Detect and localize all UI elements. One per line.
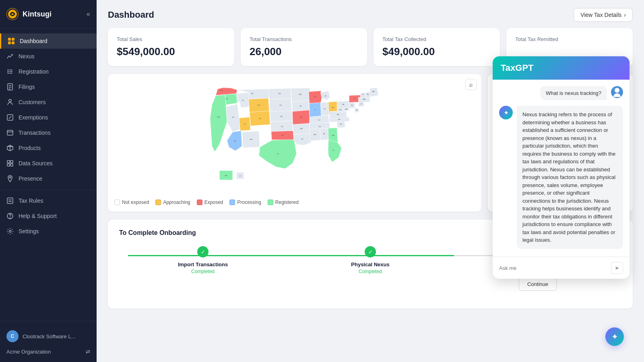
legend-registered: Registered bbox=[268, 200, 299, 205]
map-zoom-button[interactable]: ⌕ bbox=[465, 79, 477, 90]
sidebar-item-exemptions[interactable]: Exemptions bbox=[0, 110, 97, 125]
sidebar-item-transactions[interactable]: Transactions bbox=[0, 125, 97, 140]
taxgpt-send-button[interactable]: ➤ bbox=[611, 262, 623, 274]
step-import-transactions: ✓ Import Transactions Completed bbox=[119, 246, 287, 291]
svg-text:OR: OR bbox=[225, 98, 228, 100]
svg-rect-24 bbox=[10, 160, 13, 163]
user-profile[interactable]: C Clootrack Software L... bbox=[0, 326, 97, 346]
dashboard-icon bbox=[8, 37, 15, 45]
svg-rect-28 bbox=[7, 198, 13, 204]
map-card: ⌕ bbox=[108, 74, 481, 212]
app-logo-icon bbox=[6, 8, 19, 20]
sidebar-item-registration[interactable]: Registration bbox=[0, 64, 97, 79]
svg-rect-3 bbox=[8, 41, 11, 44]
sidebar-item-filings[interactable]: Filings bbox=[0, 79, 97, 95]
legend-approaching-color bbox=[155, 200, 161, 205]
kpi-total-transactions-value: 26,000 bbox=[250, 45, 358, 58]
svg-text:IA: IA bbox=[300, 105, 301, 107]
sidebar-item-exemptions-label: Exemptions bbox=[19, 114, 48, 121]
sidebar-item-tax-rules[interactable]: Tax Rules bbox=[0, 193, 97, 208]
user-name: Clootrack Software L... bbox=[23, 333, 76, 339]
sidebar-item-tax-rules-label: Tax Rules bbox=[19, 197, 43, 204]
svg-point-0 bbox=[8, 9, 18, 19]
svg-text:CO: CO bbox=[259, 117, 262, 119]
svg-text:NE: NE bbox=[280, 115, 283, 117]
products-icon bbox=[6, 144, 14, 152]
bot-message: ✦ Nexus tracking refers to the process o… bbox=[499, 106, 623, 249]
svg-point-6 bbox=[8, 71, 9, 72]
svg-rect-4 bbox=[12, 41, 14, 44]
svg-text:SC: SC bbox=[340, 123, 343, 125]
step-2-circle: ✓ bbox=[365, 246, 376, 257]
svg-text:UT: UT bbox=[244, 123, 246, 125]
app-name: Kintsugi bbox=[23, 10, 52, 19]
org-switcher[interactable]: Acme Organization ⇄ bbox=[0, 346, 97, 357]
main-content: Dashboard View Tax Details › Total Sales… bbox=[97, 0, 644, 362]
collapse-sidebar-icon[interactable]: « bbox=[87, 10, 90, 18]
kpi-card-total-transactions: Total Transactions 26,000 bbox=[241, 28, 367, 66]
nexus-icon bbox=[6, 53, 14, 60]
sidebar-item-products[interactable]: Products bbox=[0, 140, 97, 156]
sidebar-item-data-sources[interactable]: Data Sources bbox=[0, 156, 97, 171]
help-icon bbox=[6, 212, 14, 220]
us-map-svg: CA WA OR NV ID MT WY UT AZ CO NM ND SD N… bbox=[114, 80, 475, 193]
svg-text:DE: DE bbox=[356, 109, 358, 111]
customers-icon bbox=[6, 99, 14, 106]
sidebar-item-nexus-label: Nexus bbox=[19, 53, 35, 60]
svg-point-5 bbox=[8, 70, 9, 71]
org-name: Acme Organization bbox=[6, 349, 51, 355]
sidebar-bottom: C Clootrack Software L... Acme Organizat… bbox=[0, 321, 97, 362]
sidebar-item-dashboard[interactable]: Dashboard bbox=[0, 33, 97, 49]
svg-text:NM: NM bbox=[250, 138, 252, 140]
kpi-total-sales-value: $549,000.00 bbox=[117, 45, 225, 58]
exemptions-icon bbox=[6, 114, 14, 121]
legend-exposed: Exposed bbox=[197, 200, 223, 205]
tax-rules-icon bbox=[6, 197, 14, 204]
sidebar-item-nexus[interactable]: Nexus bbox=[0, 49, 97, 64]
sidebar-item-filings-label: Filings bbox=[19, 84, 35, 90]
user-message-bubble: What is nexus tracking? bbox=[540, 86, 607, 100]
svg-text:CA: CA bbox=[217, 116, 220, 118]
svg-text:WA: WA bbox=[220, 89, 223, 91]
svg-text:WV: WV bbox=[339, 109, 342, 111]
continue-button[interactable]: Continue bbox=[519, 278, 557, 291]
svg-text:PA: PA bbox=[342, 103, 344, 105]
taxgpt-title: TaxGPT bbox=[501, 63, 621, 73]
svg-point-7 bbox=[8, 73, 9, 74]
sidebar-item-customers[interactable]: Customers bbox=[0, 95, 97, 110]
taxgpt-fab-button[interactable]: ✦ bbox=[605, 327, 624, 346]
sidebar-item-registration-label: Registration bbox=[19, 68, 49, 75]
legend-exposed-color bbox=[197, 200, 202, 205]
view-tax-details-button[interactable]: View Tax Details › bbox=[574, 8, 633, 22]
svg-text:NC: NC bbox=[338, 118, 341, 120]
svg-text:MN: MN bbox=[299, 93, 302, 95]
svg-text:TX: TX bbox=[277, 153, 279, 155]
sidebar-item-transactions-label: Transactions bbox=[19, 130, 51, 136]
legend-registered-color bbox=[268, 200, 273, 205]
step-physical-nexus: ✓ Physical Nexus Completed bbox=[287, 246, 454, 291]
sidebar-item-settings-label: Settings bbox=[19, 228, 39, 234]
sidebar-item-customers-label: Customers bbox=[19, 99, 46, 105]
kpi-card-total-sales: Total Sales $549,000.00 bbox=[108, 28, 234, 66]
fab-icon: ✦ bbox=[611, 332, 618, 341]
step-1-circle: ✓ bbox=[197, 246, 208, 257]
sidebar-item-help-support[interactable]: Help & Support bbox=[0, 208, 97, 224]
svg-text:MS: MS bbox=[314, 134, 316, 136]
registration-icon bbox=[6, 68, 14, 75]
bot-chat-icon: ✦ bbox=[499, 106, 513, 119]
sidebar-item-presence[interactable]: Presence bbox=[0, 171, 97, 186]
legend-exposed-label: Exposed bbox=[204, 200, 223, 205]
step-1-status: Completed bbox=[191, 269, 215, 274]
svg-text:ME: ME bbox=[372, 90, 375, 93]
svg-text:VA: VA bbox=[337, 113, 339, 115]
taxgpt-input[interactable] bbox=[499, 265, 608, 271]
send-icon: ➤ bbox=[615, 265, 619, 271]
legend-approaching-label: Approaching bbox=[163, 200, 190, 205]
legend-not-exposed-label: Not exposed bbox=[122, 200, 149, 205]
legend-registered-label: Registered bbox=[275, 200, 299, 205]
legend-not-exposed: Not exposed bbox=[114, 200, 149, 205]
step-2-name: Physical Nexus bbox=[351, 261, 389, 267]
svg-text:WI: WI bbox=[314, 96, 316, 98]
sidebar-item-settings[interactable]: Settings bbox=[0, 224, 97, 239]
svg-text:KS: KS bbox=[281, 125, 283, 128]
